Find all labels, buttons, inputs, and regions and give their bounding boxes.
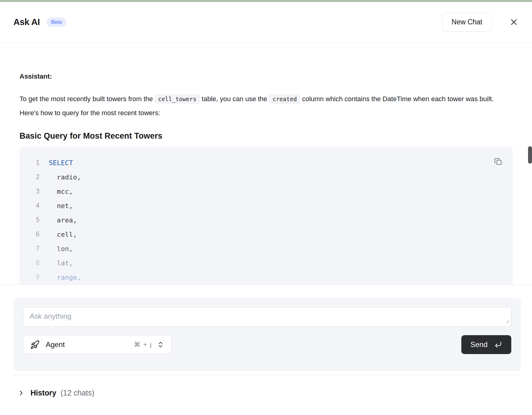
copy-code-button[interactable] (493, 156, 503, 167)
line-number: 5 (20, 213, 40, 227)
line-number: 7 (20, 242, 40, 256)
code-text: lon, (49, 242, 73, 256)
panel-header: Ask AI Beta New Chat (0, 2, 532, 43)
scrollbar-thumb[interactable] (528, 146, 532, 164)
code-line: 3 mcc, (20, 184, 513, 199)
send-button[interactable]: Send (461, 335, 511, 354)
inline-code: cell_towers (155, 94, 200, 104)
send-button-label: Send (470, 340, 488, 349)
line-number: 4 (20, 199, 40, 213)
code-text: net, (49, 199, 73, 213)
code-line: 7 lon, (20, 242, 513, 256)
line-number: 9 (20, 270, 40, 285)
code-line: 8 lat, (20, 256, 513, 270)
return-icon (494, 341, 502, 349)
line-number: 2 (20, 170, 40, 184)
agent-mode-label: Agent (46, 340, 65, 349)
code-text: area, (49, 213, 77, 227)
code-text: lat, (49, 256, 73, 270)
close-icon (510, 18, 518, 26)
composer-panel: Agent ⌘ + j Send (13, 298, 521, 371)
line-number: 1 (20, 156, 40, 170)
ask-input[interactable] (23, 307, 511, 327)
code-text: radio, (49, 170, 81, 184)
message-text-segment: To get the most recently built towers fr… (20, 95, 155, 103)
code-line: 5 area, (20, 213, 513, 227)
history-label: History (30, 388, 56, 397)
message-section-heading: Basic Query for Most Recent Towers (20, 131, 513, 141)
assistant-message: To get the most recently built towers fr… (20, 92, 495, 120)
code-line: 9 range, (20, 270, 513, 285)
copy-icon (494, 157, 503, 166)
chevrons-up-down-icon (157, 341, 164, 348)
code-line: 6 cell, (20, 227, 513, 242)
line-number: 3 (20, 184, 40, 199)
rocket-icon (30, 340, 40, 349)
code-lines: 1SELECT2 radio,3 mcc,4 net,5 area,6 cell… (20, 156, 513, 285)
page-title: Ask AI (13, 17, 40, 27)
code-text: cell, (49, 227, 77, 242)
chevron-right-icon (18, 390, 24, 396)
assistant-role-label: Assistant: (20, 72, 513, 81)
history-toggle[interactable]: History (12 chats) (18, 388, 532, 397)
chat-message-area: Assistant: To get the most recently buil… (0, 43, 532, 285)
history-count: (12 chats) (61, 388, 94, 397)
code-line: 2 radio, (20, 170, 513, 184)
code-line: 4 net, (20, 199, 513, 213)
line-number: 6 (20, 227, 40, 242)
code-line: 1SELECT (20, 156, 513, 170)
close-button[interactable] (508, 16, 520, 28)
code-text: mcc, (49, 184, 73, 199)
inline-code: created (269, 94, 300, 104)
code-text: range, (49, 270, 81, 285)
keyboard-shortcut-label: ⌘ + j (134, 341, 152, 348)
new-chat-button[interactable]: New Chat (442, 12, 492, 32)
history-divider (12, 375, 521, 375)
message-text-segment: table, you can use the (200, 95, 269, 103)
line-number: 8 (20, 256, 40, 270)
agent-mode-selector[interactable]: Agent ⌘ + j (23, 335, 172, 354)
sql-code-block: 1SELECT2 radio,3 mcc,4 net,5 area,6 cell… (20, 147, 513, 285)
beta-badge: Beta (47, 17, 66, 27)
code-text: SELECT (49, 156, 73, 170)
